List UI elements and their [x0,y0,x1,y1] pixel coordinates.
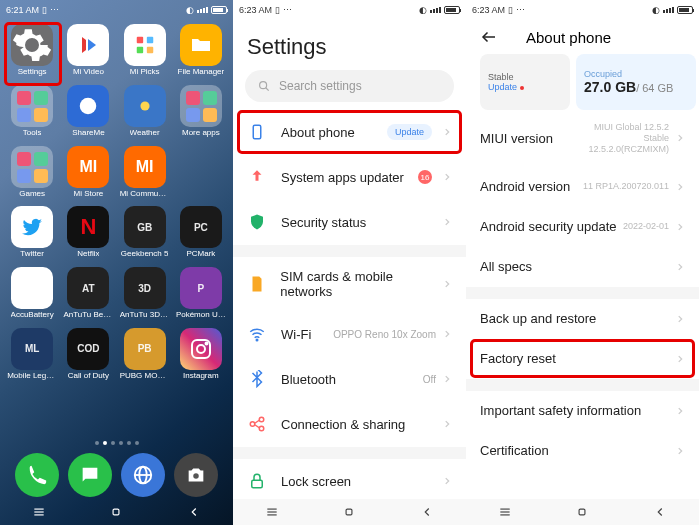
app-label: Mi Picks [130,68,160,77]
app-mi-picks[interactable]: Mi Picks [120,24,170,77]
app-accubattery[interactable]: BATAccuBattery [7,267,57,320]
app-pokémon-unite[interactable]: PPokémon UNITE [176,267,226,320]
dock-browser[interactable] [121,453,165,497]
app-file-manager[interactable]: File Manager [176,24,226,77]
app-label: Twitter [20,250,44,259]
nav-menu[interactable] [498,505,512,519]
svg-point-6 [80,98,97,115]
app-geekbench-5[interactable]: GBGeekbench 5 [120,206,170,259]
app-mi-community[interactable]: MIMi Community [120,146,170,199]
nav-home[interactable] [109,505,123,519]
navbar [466,499,699,525]
item-right [442,279,452,289]
nav-menu[interactable] [265,505,279,519]
count-badge: 16 [418,170,432,184]
app-call-of-duty[interactable]: CODCall of Duty [63,328,113,381]
chevron-right-icon [442,419,452,429]
chevron-right-icon [442,329,452,339]
item-right: 11 RP1A.200720.011 [583,181,685,192]
app-icon [11,24,53,66]
about-item-android-version[interactable]: Android version11 RP1A.200720.011 [466,167,699,207]
item-right [442,476,452,486]
svg-point-14 [194,473,200,479]
back-icon[interactable] [480,28,498,46]
card-b-used: 27.0 GB [584,79,636,95]
settings-item-system-apps-updater[interactable]: System apps updater16 [233,155,466,200]
app-icon: GB [124,206,166,248]
app-label: AnTuTu 3DBench Lite [120,311,170,320]
app-icon: ML [11,328,53,370]
dock-phone[interactable] [15,453,59,497]
dock-camera[interactable] [174,453,218,497]
about-item-android-security-update[interactable]: Android security update2022-02-01 [466,207,699,247]
app-more-apps[interactable]: More apps [176,85,226,138]
settings-screen: 6:23 AM▯⋯ ◐ Settings Search settings Abo… [233,0,466,525]
about-item-factory-reset[interactable]: Factory reset [466,339,699,379]
app-instagram[interactable]: Instagram [176,328,226,381]
settings-item-sim-cards-&-mobile-networks[interactable]: SIM cards & mobile networks [233,257,466,312]
search-input[interactable]: Search settings [245,70,454,102]
item-label: Lock screen [281,474,351,489]
item-label: About phone [281,125,355,140]
about-item-back-up-and-restore[interactable]: Back up and restore [466,299,699,339]
svg-point-23 [250,422,255,427]
item-label: Bluetooth [281,372,336,387]
card-a-line1: Stable [488,72,562,82]
page-title: Settings [233,18,466,70]
home-screen: 6:21 AM ▯ ⋯ ◐ SettingsMi VideoMi PicksFi… [0,0,233,525]
item-right: 16 [418,170,452,184]
about-item-important-safety-information[interactable]: Important safety information [466,391,699,431]
app-settings[interactable]: Settings [7,24,57,77]
app-tools[interactable]: Tools [7,85,57,138]
app-icon: P [180,267,222,309]
app-label: AccuBattery [11,311,54,320]
app-twitter[interactable]: Twitter [7,206,57,259]
storage-card[interactable]: Occupied 27.0 GB/ 64 GB [576,54,696,110]
app-pubg-mobile[interactable]: PBPUBG MOBILE [120,328,170,381]
chevron-right-icon [675,262,685,272]
statusbar: 6:21 AM ▯ ⋯ ◐ [0,0,233,18]
settings-item-wi-fi[interactable]: Wi-FiOPPO Reno 10x Zoom [233,312,466,357]
app-weather[interactable]: Weather [120,85,170,138]
svg-point-24 [259,417,264,422]
dock [0,453,233,497]
app-label: Call of Duty [68,372,109,381]
app-label: Settings [18,68,47,77]
about-item-certification[interactable]: Certification [466,431,699,471]
settings-item-about-phone[interactable]: About phoneUpdate [233,110,466,155]
about-item-miui-version[interactable]: MIUI versionMIUI Global 12.5.2 Stable 12… [466,110,699,167]
svg-line-27 [255,425,260,428]
battery-icon [211,6,227,14]
app-antutu-3dbench-lite[interactable]: 3DAnTuTu 3DBench Lite [120,267,170,320]
app-games[interactable]: Games [7,146,57,199]
app-mi-store[interactable]: MIMi Store [63,146,113,199]
dock-messages[interactable] [68,453,112,497]
nav-menu[interactable] [32,505,46,519]
settings-item-security-status[interactable]: Security status [233,200,466,245]
app-shareme[interactable]: ShareMe [63,85,113,138]
app-[interactable] [176,146,226,199]
about-item-all-specs[interactable]: All specs [466,247,699,287]
nav-back[interactable] [653,505,667,519]
nav-back[interactable] [187,505,201,519]
settings-item-bluetooth[interactable]: BluetoothOff [233,357,466,402]
app-antutu-benchmark[interactable]: ATAnTuTu Benchmark [63,267,113,320]
settings-item-lock-screen[interactable]: Lock screen [233,459,466,504]
app-icon: MI [124,146,166,188]
app-mobile-legends:[interactable]: MLMobile Legends: [7,328,57,381]
settings-item-connection-&-sharing[interactable]: Connection & sharing [233,402,466,447]
page-dots [0,441,233,445]
svg-rect-28 [252,480,263,488]
about-phone-screen: 6:23 AM▯⋯ ◐ About phone Stable Update Oc… [466,0,699,525]
app-mi-video[interactable]: Mi Video [63,24,113,77]
app-pcmark[interactable]: PCPCMark [176,206,226,259]
chevron-right-icon [442,374,452,384]
miui-card[interactable]: Stable Update [480,54,570,110]
nav-home[interactable] [342,505,356,519]
nav-home[interactable] [575,505,589,519]
nav-back[interactable] [420,505,434,519]
app-label: Instagram [183,372,219,381]
item-right [442,217,452,227]
app-netflix[interactable]: NNetflix [63,206,113,259]
app-icon [67,85,109,127]
